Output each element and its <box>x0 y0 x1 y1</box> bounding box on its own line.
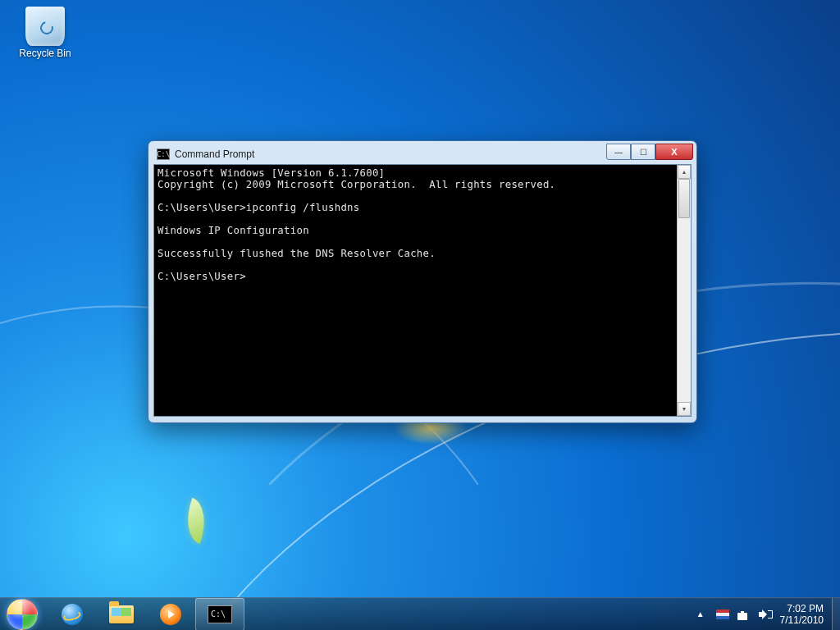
wallpaper-leaf <box>178 498 213 545</box>
tray-action-center[interactable] <box>716 598 729 631</box>
desktop-icon-label: Recycle Bin <box>15 48 75 59</box>
folder-icon <box>109 605 134 623</box>
console-output[interactable]: Microsoft Windows [Version 6.1.7600] Cop… <box>154 165 677 416</box>
taskbar-item-command-prompt[interactable]: C:\ <box>195 598 244 631</box>
minimize-button[interactable]: — <box>606 144 631 160</box>
scroll-track[interactable] <box>678 179 691 402</box>
taskbar[interactable]: C:\ ▲ 7:02 PM 7/11/2010 <box>0 597 840 630</box>
scroll-up-button[interactable]: ▴ <box>678 165 691 179</box>
scroll-thumb[interactable] <box>678 179 690 218</box>
system-tray: ▲ 7:02 PM 7/11/2010 <box>687 598 832 630</box>
scroll-down-button[interactable]: ▾ <box>678 402 691 416</box>
clock-date: 7/11/2010 <box>780 614 824 626</box>
start-button[interactable] <box>0 598 44 630</box>
console-area: Microsoft Windows [Version 6.1.7600] Cop… <box>153 164 692 417</box>
window-title: Command Prompt <box>175 148 254 160</box>
taskbar-item-internet-explorer[interactable] <box>48 598 97 631</box>
maximize-button[interactable]: ☐ <box>631 144 655 160</box>
network-icon <box>737 609 751 620</box>
cmd-icon: C:\ <box>157 148 170 160</box>
cmd-icon: C:\ <box>208 605 232 623</box>
taskbar-pinned: C:\ <box>44 598 244 630</box>
taskbar-clock[interactable]: 7:02 PM 7/11/2010 <box>780 603 824 626</box>
internet-explorer-icon <box>62 604 83 625</box>
tray-overflow-button[interactable]: ▲ <box>693 598 708 631</box>
tray-volume[interactable] <box>759 598 772 631</box>
scrollbar-vertical[interactable]: ▴ ▾ <box>677 165 691 416</box>
window-command-prompt[interactable]: C:\ Command Prompt — ☐ X Microsoft Windo… <box>148 140 697 423</box>
titlebar[interactable]: C:\ Command Prompt — ☐ X <box>153 146 692 164</box>
media-player-icon <box>160 604 181 625</box>
taskbar-item-explorer[interactable] <box>97 598 146 631</box>
window-controls: — ☐ X <box>606 144 693 160</box>
clock-time: 7:02 PM <box>780 603 824 614</box>
desktop-icon-recycle-bin[interactable]: Recycle Bin <box>15 7 75 59</box>
taskbar-item-media-player[interactable] <box>146 598 195 631</box>
close-button[interactable]: X <box>655 144 693 160</box>
windows-logo-icon <box>7 599 38 630</box>
tray-network[interactable] <box>737 598 751 631</box>
volume-icon <box>759 609 772 620</box>
recycle-bin-icon <box>25 7 65 46</box>
flag-icon <box>716 609 729 619</box>
show-desktop-button[interactable] <box>832 598 840 630</box>
